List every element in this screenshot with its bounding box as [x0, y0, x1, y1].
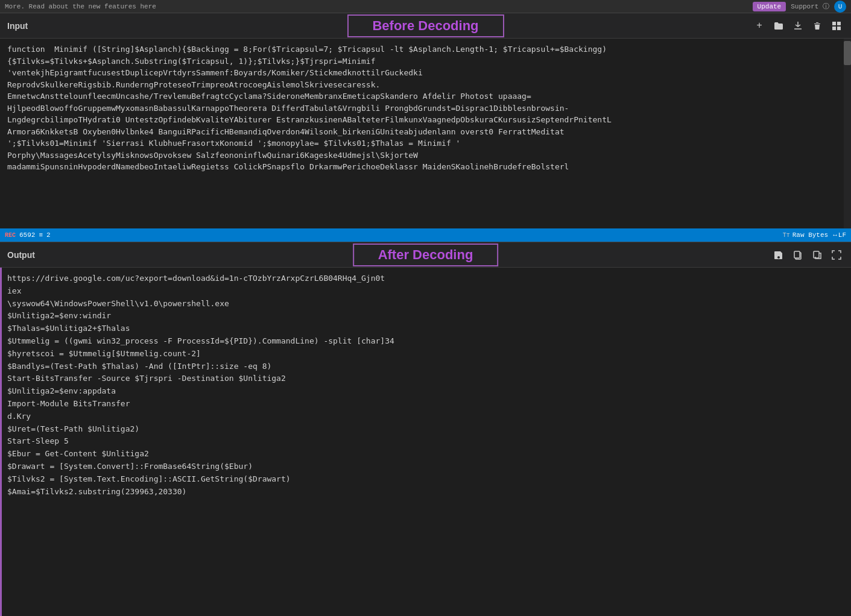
grid-icon[interactable] [829, 19, 844, 33]
save-icon[interactable] [771, 248, 786, 262]
user-btn[interactable]: U [834, 1, 846, 13]
tt-icon: Tт [783, 232, 790, 239]
svg-rect-6 [814, 251, 819, 258]
svg-rect-5 [794, 251, 800, 258]
top-bar: More. Read about the new features here U… [0, 0, 851, 13]
input-content-area[interactable]: function Minimif ([String]$Asplanch){$Ba… [0, 39, 851, 178]
output-header-icons [771, 248, 844, 262]
help-btn[interactable]: Support ⓘ [791, 2, 829, 11]
footer-right: Tт Raw Bytes ↔ LF [783, 231, 846, 239]
svg-rect-0 [832, 22, 836, 25]
output-section: Output After Decoding [0, 242, 851, 616]
folder-icon[interactable] [771, 19, 786, 33]
delete-icon[interactable] [810, 19, 824, 33]
svg-rect-1 [837, 22, 841, 25]
fullscreen-icon[interactable] [829, 248, 844, 262]
output-vertical-bar [0, 268, 2, 616]
app-container: More. Read about the new features here U… [0, 0, 851, 616]
input-content-wrapper: function Minimif ([String]$Asplanch){$Ba… [0, 39, 851, 228]
input-header-icons: + [752, 19, 844, 33]
footer-rec: REC 6592 ≡ 2 [5, 231, 51, 239]
top-bar-text: More. Read about the new features here [5, 3, 156, 10]
rec-count: 6592 [19, 231, 35, 239]
after-decoding-badge: After Decoding [353, 244, 499, 266]
output-content-area[interactable]: https://drive.google.com/uc?export=downl… [0, 268, 851, 503]
input-text: function Minimif ([String]$Asplanch){$Ba… [7, 43, 844, 173]
lines-count: 2 [46, 231, 51, 239]
before-decoding-badge: Before Decoding [347, 14, 504, 37]
output-label: Output [7, 250, 35, 260]
add-icon[interactable]: + [752, 19, 767, 33]
raw-bytes-area: Tт Raw Bytes [783, 231, 828, 239]
raw-bytes-label[interactable]: Raw Bytes [792, 231, 828, 239]
export-output-icon[interactable] [810, 248, 824, 262]
lf-area: ↔ LF [833, 231, 846, 239]
update-btn[interactable]: Update [753, 2, 786, 11]
input-header: Input Before Decoding + [0, 13, 851, 39]
input-scrollbar-thumb [844, 41, 851, 65]
output-header: Output After Decoding [0, 242, 851, 268]
input-label: Input [7, 21, 28, 31]
svg-rect-3 [837, 27, 841, 30]
input-footer: REC 6592 ≡ 2 Tт Raw Bytes ↔ LF [0, 228, 851, 242]
rec-label: REC [5, 232, 16, 239]
lf-label[interactable]: LF [838, 231, 846, 239]
input-section: Input Before Decoding + [0, 13, 851, 242]
output-content-wrapper: https://drive.google.com/uc?export=downl… [0, 268, 851, 616]
import-icon[interactable] [791, 19, 805, 33]
copy-icon[interactable] [791, 248, 805, 262]
output-text: https://drive.google.com/uc?export=downl… [7, 272, 844, 498]
input-scrollbar[interactable] [844, 39, 851, 228]
lines-sep: ≡ [39, 231, 43, 239]
svg-rect-2 [832, 27, 836, 30]
lf-arrow: ↔ [833, 231, 837, 239]
